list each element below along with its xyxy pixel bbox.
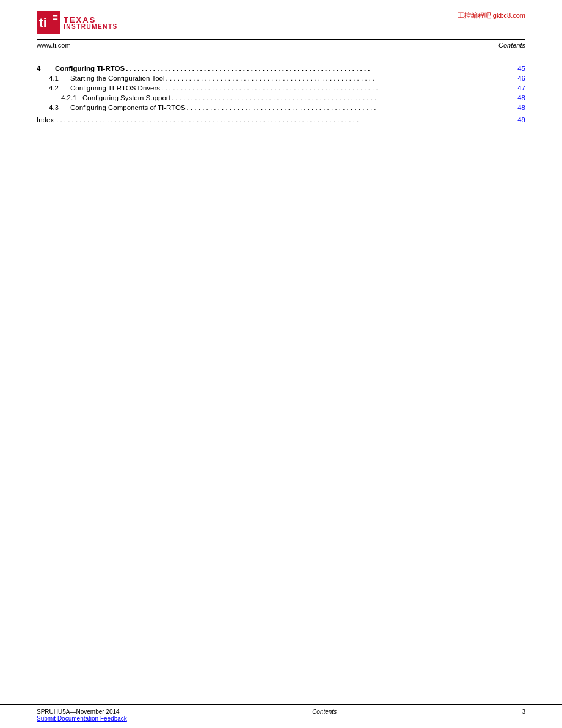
toc-section43-title: Configuring Components of TI-RTOS <box>70 104 186 111</box>
doc-id: SPRUHU5A—November 2014 <box>37 708 127 715</box>
toc-section41: 4.1 Starting the Configuration Tool . . … <box>37 73 525 83</box>
toc-chapter4: 4 Configuring TI-RTOS . . . . . . . . . … <box>37 64 525 73</box>
toc-section41-num: 4.1 <box>37 75 70 82</box>
logo-texas: TEXAS <box>64 16 118 24</box>
footer-center-label: Contents <box>312 708 337 715</box>
main-content: 4 Configuring TI-RTOS . . . . . . . . . … <box>0 51 562 421</box>
toc-section421-page[interactable]: 48 <box>513 94 525 101</box>
toc-section43-dots: . . . . . . . . . . . . . . . . . . . . … <box>186 104 513 111</box>
toc-index-page[interactable]: 49 <box>513 116 525 123</box>
toc-chapter4-num: 4 <box>37 65 55 72</box>
toc-section43-num: 4.3 <box>37 104 70 111</box>
ti-logo: ti TEXAS INSTRUMENTS <box>37 11 118 34</box>
toc-chapter4-title: Configuring TI-RTOS <box>55 65 125 72</box>
spacer <box>0 421 562 704</box>
www-bar: www.ti.com Contents <box>0 40 562 51</box>
ti-emblem-icon: ti <box>37 11 60 34</box>
toc-section421: 4.2.1 Configuring System Support . . . .… <box>37 93 525 103</box>
page: ti TEXAS INSTRUMENTS 工控编程吧 gkbc8.com www… <box>0 0 562 728</box>
toc-index: Index . . . . . . . . . . . . . . . . . … <box>37 115 525 125</box>
toc-section421-num: 4.2.1 <box>37 94 82 101</box>
toc-section42-page[interactable]: 47 <box>513 84 525 92</box>
toc-section421-dots: . . . . . . . . . . . . . . . . . . . . … <box>170 94 513 101</box>
svg-text:ti: ti <box>39 15 47 29</box>
toc-section42-num: 4.2 <box>37 84 70 92</box>
submit-feedback-link[interactable]: Submit Documentation Feedback <box>37 715 127 722</box>
toc-section42-title: Configuring TI-RTOS Drivers <box>70 84 160 92</box>
toc-chapter4-page[interactable]: 45 <box>513 65 525 72</box>
toc-section41-dots: . . . . . . . . . . . . . . . . . . . . … <box>165 75 514 82</box>
footer-left: SPRUHU5A—November 2014 Submit Documentat… <box>37 708 127 722</box>
toc-index-dots: . . . . . . . . . . . . . . . . . . . . … <box>55 116 513 123</box>
toc-section42: 4.2 Configuring TI-RTOS Drivers . . . . … <box>37 83 525 93</box>
toc-chapter4-dots: . . . . . . . . . . . . . . . . . . . . … <box>125 65 513 72</box>
logo-instruments: INSTRUMENTS <box>64 24 118 30</box>
toc-section43: 4.3 Configuring Components of TI-RTOS . … <box>37 103 525 112</box>
contents-label: Contents <box>498 42 525 49</box>
toc-section421-title: Configuring System Support <box>82 94 170 101</box>
toc-section42-dots: . . . . . . . . . . . . . . . . . . . . … <box>160 84 513 92</box>
header: ti TEXAS INSTRUMENTS 工控编程吧 gkbc8.com <box>0 0 562 34</box>
footer: SPRUHU5A—November 2014 Submit Documentat… <box>0 704 562 728</box>
watermark-text: 工控编程吧 gkbc8.com <box>458 11 525 20</box>
website-url: www.ti.com <box>37 42 71 49</box>
toc-section41-title: Starting the Configuration Tool <box>70 75 165 82</box>
logo-text: TEXAS INSTRUMENTS <box>64 16 118 30</box>
toc-section41-page[interactable]: 46 <box>513 75 525 82</box>
footer-page-num: 3 <box>522 708 525 715</box>
toc-index-label: Index <box>37 116 55 123</box>
toc-section43-page[interactable]: 48 <box>513 104 525 111</box>
